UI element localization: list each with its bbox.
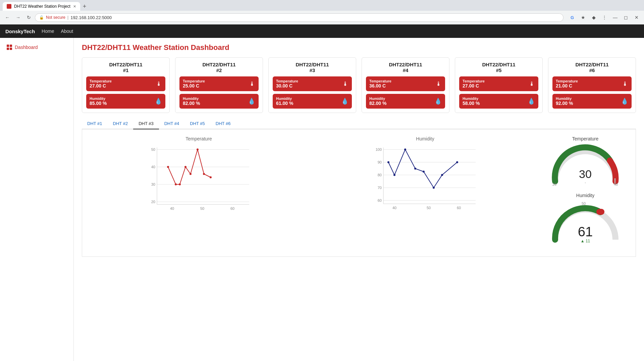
svg-text:20: 20 (151, 200, 155, 204)
tab-dht-2[interactable]: DHT #2 (108, 118, 133, 129)
temp-gauge-svg: 20 40 30 - (548, 143, 622, 186)
svg-text:50: 50 (426, 206, 430, 210)
nav-home[interactable]: Home (42, 28, 54, 34)
sensor-card-3: DHT22/DHT11#3 Temperature 30.00 C 🌡 Humi… (268, 57, 356, 113)
menu-icon[interactable]: ⋮ (600, 13, 609, 22)
svg-point-16 (184, 166, 186, 168)
humid-badge-1: Humidity 85.00 % 💧 (86, 94, 165, 109)
tab-dht-4[interactable]: DHT #4 (159, 118, 185, 129)
humid-gauge-svg: 50 61 ▲ 11 (548, 199, 622, 246)
sensor-card-6: DHT22/DHT11#6 Temperature 21.00 C 🌡 Humi… (548, 57, 636, 113)
droplet-icon-6: 💧 (621, 98, 628, 105)
temp-badge-1: Temperature 27.00 C 🌡 (86, 76, 165, 91)
temp-badge-2: Temperature 25.00 C 🌡 (179, 76, 259, 91)
tab-close-button[interactable]: ✕ (73, 4, 76, 9)
bookmark-icon[interactable]: ★ (578, 13, 588, 22)
svg-point-14 (175, 183, 177, 185)
svg-point-39 (414, 168, 416, 170)
app-body: Dashboard DHT22/DHT11 Weather Station Da… (0, 38, 644, 361)
not-secure-label: Not secure (46, 15, 65, 20)
temp-gauge-container: Temperature 20 40 (548, 136, 622, 187)
sidebar: Dashboard (0, 38, 74, 361)
svg-text:30: 30 (151, 182, 155, 186)
droplet-icon-4: 💧 (434, 98, 442, 105)
tabs: DHT #1DHT #2DHT #3DHT #4DHT #5DHT #6 (82, 118, 636, 129)
main-content: DHT22/DHT11 Weather Station Dashboard DH… (74, 38, 644, 361)
sensor-card-4: DHT22/DHT11#4 Temperature 36.00 C 🌡 Humi… (362, 57, 449, 113)
new-tab-button[interactable]: + (80, 3, 89, 10)
droplet-icon-2: 💧 (248, 98, 255, 105)
lock-icon: 🔓 (39, 15, 44, 20)
browser-controls: ← → ↻ 🔓 Not secure | 192.168.100.22:5000… (0, 11, 644, 24)
minimize-button[interactable]: — (610, 13, 620, 22)
sensor-card-title-5: DHT22/DHT11#5 (459, 62, 538, 73)
sensor-card-5: DHT22/DHT11#5 Temperature 27.00 C 🌡 Humi… (455, 57, 543, 113)
svg-point-20 (210, 176, 212, 178)
svg-point-18 (197, 148, 199, 151)
thermometer-icon-4: 🌡 (436, 80, 442, 87)
sensor-card-title-4: DHT22/DHT11#4 (366, 62, 445, 73)
humid-badge-2: Humidity 82.00 % 💧 (179, 94, 259, 109)
gauge-section: Temperature 20 40 (542, 136, 629, 250)
svg-text:20: 20 (552, 182, 556, 186)
svg-point-43 (456, 161, 458, 163)
temp-badge-5: Temperature 27.00 C 🌡 (459, 76, 538, 91)
page-title: DHT22/DHT11 Weather Station Dashboard (82, 43, 636, 52)
sensor-card-title-1: DHT22/DHT11#1 (86, 62, 165, 73)
humid-badge-5: Humidity 58.00 % 💧 (459, 94, 538, 109)
thermometer-icon-1: 🌡 (156, 80, 162, 87)
tab-dht-3[interactable]: DHT #3 (133, 118, 159, 129)
nav-about[interactable]: About (61, 28, 73, 34)
svg-point-36 (387, 161, 389, 163)
svg-text:60: 60 (230, 206, 234, 210)
back-button[interactable]: ← (3, 13, 12, 22)
svg-text:70: 70 (377, 186, 381, 190)
extension-icon[interactable]: ◆ (589, 13, 598, 22)
svg-point-19 (203, 173, 205, 175)
svg-text:80: 80 (377, 173, 381, 177)
maximize-button[interactable]: ◻ (621, 13, 631, 22)
sensor-cards: DHT22/DHT11#1 Temperature 27.00 C 🌡 Humi… (82, 57, 636, 113)
app-navbar: DonskyTech Home About (0, 24, 644, 38)
close-button[interactable]: ✕ (632, 13, 641, 22)
google-icon[interactable]: G (568, 13, 577, 22)
charts-area: Temperature 50 40 30 20 40 (82, 129, 636, 257)
tab-dht-5[interactable]: DHT #5 (184, 118, 210, 129)
reload-button[interactable]: ↻ (24, 13, 34, 22)
svg-point-42 (441, 174, 443, 176)
browser-tab[interactable]: DHT22 Weather Station Project ✕ (3, 2, 80, 11)
temp-chart-title: Temperature (185, 136, 212, 141)
humid-badge-6: Humidity 92.00 % 💧 (552, 94, 632, 109)
humid-gauge-title: Humidity (548, 193, 622, 198)
svg-text:-: - (585, 180, 586, 184)
sensor-card-title-2: DHT22/DHT11#2 (179, 62, 259, 73)
svg-text:100: 100 (375, 147, 381, 152)
humidity-chart-section: Humidity 100 90 80 70 60 (315, 136, 535, 250)
sidebar-item-dashboard[interactable]: Dashboard (3, 42, 71, 53)
forward-button[interactable]: → (13, 13, 23, 22)
brand-name: DonskyTech (5, 28, 35, 34)
separator: | (67, 15, 68, 20)
dashboard-icon (7, 45, 12, 50)
droplet-icon-3: 💧 (341, 98, 348, 105)
temp-gauge-title: Temperature (548, 136, 622, 141)
address-bar[interactable]: 🔓 Not secure | 192.168.100.22:5000 (35, 13, 564, 22)
browser-chrome: DHT22 Weather Station Project ✕ + ← → ↻ … (0, 0, 644, 24)
temp-badge-3: Temperature 30.00 C 🌡 (273, 76, 352, 91)
svg-text:60: 60 (457, 206, 461, 210)
svg-text:▲ 11: ▲ 11 (581, 239, 590, 243)
thermometer-icon-2: 🌡 (249, 80, 255, 87)
tab-dht-6[interactable]: DHT #6 (210, 118, 236, 129)
svg-text:40: 40 (151, 165, 155, 169)
sidebar-item-label: Dashboard (15, 45, 38, 50)
tab-dht-1[interactable]: DHT #1 (82, 118, 108, 129)
sensor-card-title-3: DHT22/DHT11#3 (273, 62, 352, 73)
svg-point-37 (393, 174, 395, 176)
droplet-icon-1: 💧 (155, 98, 162, 105)
svg-point-40 (423, 171, 425, 173)
tab-bar: DHT22 Weather Station Project ✕ + (0, 0, 644, 11)
humid-badge-4: Humidity 82.00 % 💧 (366, 94, 445, 109)
sensor-card-2: DHT22/DHT11#2 Temperature 25.00 C 🌡 Humi… (175, 57, 263, 113)
svg-text:50: 50 (582, 201, 586, 205)
droplet-icon-5: 💧 (528, 98, 535, 105)
